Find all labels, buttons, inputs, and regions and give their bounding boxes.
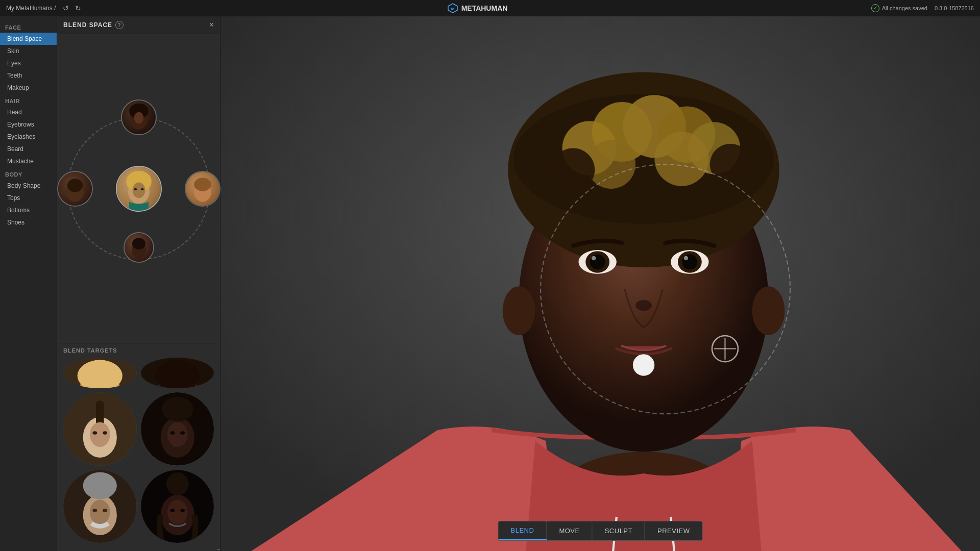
svg-point-66 (592, 256, 596, 261)
svg-point-6 (67, 179, 82, 192)
svg-point-10 (132, 238, 145, 249)
sidebar-item-blend-space[interactable]: Blend Space (0, 33, 57, 45)
svg-point-8 (194, 178, 211, 191)
bottom-tab-bar: BLEND MOVE SCULPT PREVIEW (498, 521, 703, 541)
blend-avatar-center-img (117, 167, 161, 211)
blend-target-partial-1[interactable] (63, 358, 137, 388)
scroll-track (57, 549, 220, 551)
body-section-label: BODY (0, 167, 57, 180)
blend-targets-grid (63, 392, 214, 547)
blend-avatar-center[interactable] (116, 166, 162, 212)
tab-preview[interactable]: PREVIEW (645, 522, 702, 540)
blend-avatar-right[interactable] (185, 171, 220, 207)
svg-point-44 (167, 499, 187, 524)
logo-text: METAHUMAN (461, 4, 508, 12)
sidebar-item-tops[interactable]: Tops (0, 192, 57, 204)
svg-point-26 (92, 431, 97, 435)
svg-point-13 (132, 182, 145, 198)
blend-targets-section: BLEND TARGETS (57, 343, 220, 549)
tab-blend[interactable]: BLEND (499, 521, 547, 540)
svg-rect-43 (172, 472, 183, 487)
panel-scrollbar[interactable] (217, 549, 220, 550)
blend-diagram[interactable] (67, 107, 210, 270)
blend-avatar-bottom-img (125, 233, 153, 262)
redo-button[interactable]: ↻ (73, 3, 83, 13)
svg-point-46 (180, 509, 185, 512)
svg-point-27 (103, 431, 107, 435)
sidebar-item-head[interactable]: Head (0, 106, 57, 118)
viewport[interactable]: Studio ☀ Auto ⬡ Epic (Ray Traced) ⬜ Auto… (220, 16, 980, 551)
blend-target-2-img (141, 392, 214, 466)
blend-targets-label: BLEND TARGETS (63, 347, 214, 354)
blend-target-4-img (141, 470, 214, 543)
svg-point-33 (180, 431, 185, 435)
svg-point-4 (134, 112, 143, 123)
blend-target-3-img (63, 470, 137, 543)
sidebar-item-eyes[interactable]: Eyes (0, 57, 57, 69)
svg-point-31 (167, 422, 187, 447)
character-render (220, 16, 980, 551)
undo-redo-controls: ↺ ↻ (61, 3, 83, 13)
blend-avatar-left[interactable] (57, 171, 93, 207)
panel-title-text: BLEND SPACE (63, 21, 112, 29)
sidebar-item-shoes[interactable]: Shoes (0, 216, 57, 229)
blend-target-2[interactable] (141, 392, 214, 466)
svg-point-74 (634, 355, 653, 374)
blend-targets-top-row (63, 358, 214, 388)
sidebar-item-skin[interactable]: Skin (0, 45, 57, 57)
svg-point-36 (83, 472, 117, 499)
svg-text:M: M (451, 7, 454, 11)
sidebar-item-mustache[interactable]: Mustache (0, 155, 57, 167)
app-title: My MetaHumans / (6, 5, 56, 12)
svg-point-38 (92, 509, 97, 512)
blend-target-1[interactable] (63, 392, 137, 466)
sidebar-item-body-shape[interactable]: Body Shape (0, 180, 57, 192)
svg-point-50 (503, 286, 535, 335)
svg-point-30 (161, 397, 193, 422)
blend-avatar-top-img (122, 101, 156, 134)
svg-point-25 (90, 422, 110, 447)
help-icon[interactable]: ? (115, 21, 124, 29)
blend-target-1-img (63, 392, 137, 466)
svg-point-62 (513, 94, 774, 224)
top-bar-right: ✓ All changes saved 0.3.0-15872516 (871, 4, 974, 12)
sidebar-item-eyelashes[interactable]: Eyelashes (0, 131, 57, 143)
blend-avatar-bottom[interactable] (124, 232, 154, 263)
svg-point-14 (134, 188, 137, 190)
blend-avatar-right-img (186, 172, 219, 206)
version-text: 0.3.0-15872516 (935, 5, 974, 11)
svg-point-32 (170, 431, 175, 435)
svg-point-70 (684, 256, 689, 261)
sidebar-item-bottoms[interactable]: Bottoms (0, 204, 57, 216)
svg-point-39 (103, 509, 107, 512)
svg-point-37 (90, 499, 110, 524)
panel-title: BLEND SPACE ? (63, 21, 124, 29)
panel-close-button[interactable]: × (209, 20, 214, 30)
check-icon: ✓ (871, 4, 879, 12)
top-bar-left: My MetaHumans / ↺ ↻ (6, 3, 83, 13)
blend-space-diagram-area (57, 34, 220, 343)
character-svg (220, 16, 980, 551)
svg-point-45 (170, 509, 175, 512)
saved-indicator: ✓ All changes saved (871, 4, 927, 12)
panel-header: BLEND SPACE ? × (57, 16, 220, 34)
tab-sculpt[interactable]: SCULPT (593, 522, 645, 540)
blend-target-partial-2[interactable] (141, 358, 214, 388)
sidebar-item-eyebrows[interactable]: Eyebrows (0, 118, 57, 131)
sidebar-item-teeth[interactable]: Teeth (0, 69, 57, 82)
undo-button[interactable]: ↺ (61, 3, 71, 13)
sidebar-item-beard[interactable]: Beard (0, 143, 57, 155)
blend-target-4[interactable] (141, 470, 214, 543)
face-section-label: FACE (0, 20, 57, 33)
blend-avatar-top[interactable] (121, 99, 157, 135)
saved-text: All changes saved (882, 5, 927, 11)
blend-space-panel: BLEND SPACE ? × (57, 16, 220, 551)
svg-point-51 (752, 286, 785, 335)
sidebar-item-makeup[interactable]: Makeup (0, 82, 57, 94)
main-layout: FACE Blend Space Skin Eyes Teeth Makeup … (0, 16, 980, 551)
blend-target-3[interactable] (63, 470, 137, 543)
blend-avatar-left-img (58, 172, 92, 206)
tab-move[interactable]: MOVE (547, 522, 592, 540)
top-bar: My MetaHumans / ↺ ↻ M METAHUMAN ✓ All ch… (0, 0, 980, 16)
svg-point-71 (635, 300, 652, 311)
